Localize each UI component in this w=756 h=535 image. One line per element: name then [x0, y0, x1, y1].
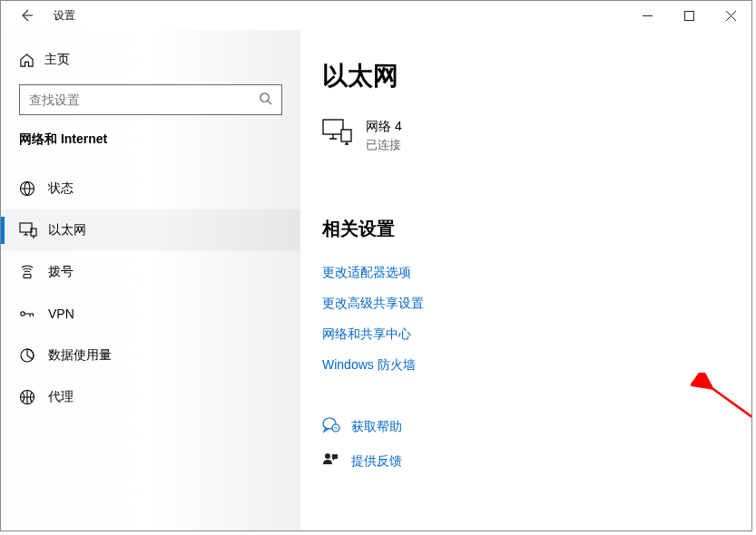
sidebar-nav: 状态 以太网 拨号 V [1, 168, 300, 418]
window-title: 设置 [54, 8, 75, 24]
network-status: 已连接 [366, 137, 402, 153]
svg-point-6 [21, 312, 25, 316]
help-icon: ? [322, 417, 351, 437]
home-link[interactable]: 主页 [1, 43, 300, 77]
maximize-icon [684, 11, 694, 21]
svg-rect-10 [341, 130, 351, 141]
nav-label: 拨号 [48, 264, 74, 280]
network-status-block[interactable]: 网络 4 已连接 [322, 119, 751, 153]
search-icon [259, 92, 272, 109]
feedback-row[interactable]: 提供反馈 [322, 444, 751, 479]
ethernet-icon [19, 222, 48, 238]
sidebar: 主页 网络和 Internet 状态 [1, 30, 300, 530]
related-settings-title: 相关设置 [322, 217, 751, 241]
maximize-button[interactable] [668, 1, 710, 30]
search-input[interactable] [29, 92, 238, 107]
sidebar-item-data-usage[interactable]: 数据使用量 [1, 335, 300, 376]
svg-point-14 [325, 453, 330, 459]
svg-rect-9 [323, 120, 343, 134]
home-icon [19, 53, 44, 68]
vpn-icon [19, 306, 48, 322]
window-body: 主页 网络和 Internet 状态 [1, 30, 751, 530]
proxy-icon [19, 389, 48, 405]
help-section: ? 获取帮助 提供反馈 [322, 410, 751, 479]
search-wrap [1, 77, 300, 131]
get-help-link[interactable]: 获取帮助 [351, 415, 402, 439]
svg-rect-0 [684, 11, 693, 20]
arrow-left-icon [19, 8, 34, 23]
sidebar-item-ethernet[interactable]: 以太网 [1, 209, 300, 251]
nav-label: 代理 [48, 389, 74, 405]
sidebar-item-dialup[interactable]: 拨号 [1, 251, 300, 293]
feedback-link[interactable]: 提供反馈 [351, 450, 402, 473]
nav-label: 以太网 [48, 222, 86, 238]
globe-icon [19, 180, 48, 197]
nav-label: 状态 [48, 180, 74, 197]
home-label: 主页 [44, 52, 70, 68]
dialup-icon [19, 264, 48, 280]
settings-window: 设置 主页 [0, 0, 752, 531]
data-usage-icon [19, 347, 48, 364]
svg-rect-5 [24, 275, 31, 278]
svg-rect-3 [20, 223, 32, 232]
sidebar-item-proxy[interactable]: 代理 [1, 376, 300, 418]
close-icon [726, 11, 736, 21]
titlebar: 设置 [1, 1, 751, 30]
sidebar-item-status[interactable]: 状态 [1, 168, 300, 209]
nav-label: VPN [48, 306, 74, 321]
link-network-sharing-center[interactable]: 网络和共享中心 [322, 319, 751, 350]
minimize-icon [643, 11, 653, 21]
nav-label: 数据使用量 [48, 347, 112, 364]
link-windows-firewall[interactable]: Windows 防火墙 [322, 350, 751, 381]
network-adapter-icon [322, 119, 358, 146]
get-help-row[interactable]: ? 获取帮助 [322, 410, 751, 444]
back-button[interactable] [8, 1, 44, 30]
svg-point-1 [260, 92, 269, 101]
sidebar-category: 网络和 Internet [1, 131, 300, 168]
link-adapter-options[interactable]: 更改适配器选项 [322, 258, 751, 288]
feedback-icon [322, 452, 351, 472]
main-content: 以太网 网络 4 已连接 相关设置 更改适配器选项 更改高级共享设置 网络和共享… [300, 30, 751, 530]
link-advanced-sharing[interactable]: 更改高级共享设置 [322, 288, 751, 319]
close-button[interactable] [710, 1, 751, 30]
window-controls [626, 1, 751, 30]
network-name: 网络 4 [366, 119, 402, 135]
sidebar-item-vpn[interactable]: VPN [1, 293, 300, 335]
search-box[interactable] [19, 84, 282, 115]
network-texts: 网络 4 已连接 [366, 119, 402, 153]
minimize-button[interactable] [626, 1, 668, 30]
page-title: 以太网 [322, 59, 751, 93]
